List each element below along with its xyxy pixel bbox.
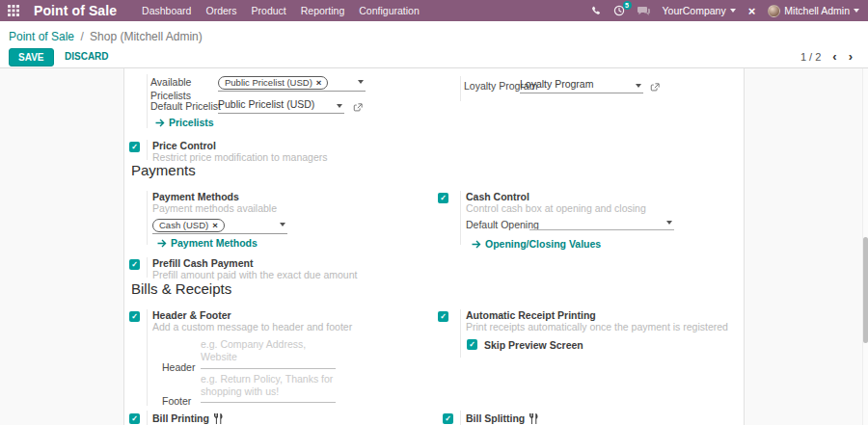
menu-orders[interactable]: Orders — [205, 5, 236, 16]
price-control-checkbox[interactable]: ✓ — [129, 142, 140, 152]
apps-menu-icon[interactable] — [8, 5, 19, 16]
bill-splitting-label: Bill Splitting — [466, 412, 538, 424]
default-opening-field[interactable] — [529, 213, 674, 230]
chevron-down-icon — [730, 9, 736, 13]
divider — [147, 411, 148, 425]
divider — [147, 309, 148, 406]
dropdown-caret-icon — [280, 223, 285, 226]
remove-tag-icon[interactable]: × — [316, 76, 322, 89]
bill-splitting-checkbox[interactable]: ✓ — [443, 413, 453, 424]
opening-closing-values-link[interactable]: Opening/Closing Values — [472, 238, 601, 250]
menu-product[interactable]: Product — [252, 5, 286, 16]
scrollbar[interactable] — [862, 68, 868, 425]
cutlery-icon — [213, 413, 223, 424]
auto-receipt-label: Automatic Receipt Printing — [466, 309, 596, 321]
bill-printing-text: Bill Printing — [152, 412, 209, 424]
breadcrumb: Point of Sale / Shop (Mitchell Admin) — [9, 30, 203, 43]
phone-icon[interactable] — [590, 6, 601, 16]
cash-control-checkbox[interactable]: ✓ — [438, 193, 448, 203]
default-pricelist-field[interactable]: Public Pricelist (USD) — [218, 96, 344, 114]
payment-method-tag: Cash (USD) × — [152, 219, 225, 232]
pricelist-tag-label: Public Pricelist (USD) — [225, 76, 312, 89]
user-menu[interactable]: Mitchell Admin — [768, 5, 859, 17]
check-icon: ✓ — [440, 194, 447, 202]
company-switcher[interactable]: YourCompany — [663, 5, 736, 16]
cash-control-label: Cash Control — [466, 191, 529, 202]
arrow-right-icon — [472, 240, 481, 249]
breadcrumb-parent[interactable]: Point of Sale — [9, 30, 74, 43]
messages-icon[interactable] — [637, 6, 650, 16]
default-pricelist-label: Default Pricelist — [150, 100, 221, 114]
menu-reporting[interactable]: Reporting — [301, 5, 345, 16]
external-link-icon[interactable] — [650, 79, 660, 96]
arrow-right-icon — [155, 119, 165, 127]
check-icon: ✓ — [131, 143, 138, 151]
user-name: Mitchell Admin — [784, 5, 850, 16]
breadcrumb-current: Shop (Mitchell Admin) — [90, 30, 203, 43]
avatar — [768, 5, 780, 17]
auto-receipt-checkbox[interactable]: ✓ — [438, 311, 448, 322]
settings-sheet: Available Pricelists Public Pricelist (U… — [123, 68, 745, 425]
top-navbar: Point of Sale Dashboard Orders Product R… — [0, 0, 868, 21]
bill-printing-label: Bill Printing — [152, 412, 223, 424]
pager-prev-icon[interactable]: ‹ — [832, 50, 836, 63]
default-pricelist-value: Public Pricelist (USD) — [218, 96, 344, 110]
check-icon: ✓ — [445, 414, 451, 423]
payment-method-tag-label: Cash (USD) — [159, 219, 208, 231]
breadcrumb-separator: / — [80, 30, 83, 43]
divider — [147, 74, 148, 128]
scrollbar-thumb[interactable] — [863, 237, 868, 343]
divider — [460, 411, 461, 425]
pricelists-link-label: Pricelists — [169, 117, 214, 128]
divider — [147, 140, 148, 160]
header-footer-checkbox[interactable]: ✓ — [129, 311, 140, 322]
available-pricelists-field[interactable]: Public Pricelist (USD) × — [218, 72, 366, 92]
payment-methods-link-label: Payment Methods — [171, 237, 258, 249]
control-panel: Point of Sale / Shop (Mitchell Admin) SA… — [0, 21, 868, 67]
activity-clock-icon[interactable]: 5 — [613, 5, 625, 16]
payment-methods-field[interactable]: Cash (USD) × — [152, 215, 287, 234]
check-icon: ✓ — [440, 312, 447, 321]
divider — [147, 191, 148, 245]
chevron-down-icon — [854, 9, 859, 13]
payments-section-header: Payments — [131, 162, 196, 178]
pager: 1 / 2 ‹ › — [800, 50, 853, 63]
app-title: Point of Sale — [34, 3, 117, 18]
bills-section-header: Bills & Receipts — [131, 280, 231, 297]
default-opening-label: Default Opening — [466, 219, 539, 232]
menu-dashboard[interactable]: Dashboard — [142, 5, 191, 16]
opening-closing-values-link-label: Opening/Closing Values — [485, 238, 601, 250]
divider — [460, 191, 461, 245]
save-button[interactable]: SAVE — [9, 48, 54, 66]
divider — [460, 309, 461, 358]
header-field-label: Header — [162, 361, 195, 375]
arrow-right-icon — [157, 239, 167, 248]
cutlery-icon — [529, 413, 538, 424]
prefill-cash-checkbox[interactable]: ✓ — [129, 259, 140, 270]
pager-next-icon[interactable]: › — [849, 50, 853, 63]
footer-field-label: Footer — [162, 395, 191, 409]
footer-input[interactable] — [201, 371, 336, 403]
close-icon[interactable]: × — [748, 5, 756, 17]
divider — [147, 257, 148, 278]
activity-badge: 5 — [623, 1, 632, 10]
pricelist-tag: Public Pricelist (USD) × — [218, 76, 328, 90]
pager-value: 1 / 2 — [800, 51, 821, 63]
check-icon: ✓ — [131, 414, 138, 423]
menu-configuration[interactable]: Configuration — [359, 5, 419, 16]
pricelists-link[interactable]: Pricelists — [155, 117, 214, 128]
available-pricelists-label: Available Pricelists — [150, 76, 212, 102]
external-link-icon[interactable] — [353, 99, 363, 117]
loyalty-program-field[interactable]: Loyalty Program — [520, 76, 643, 93]
header-input[interactable] — [201, 336, 336, 369]
bill-printing-checkbox[interactable]: ✓ — [129, 413, 140, 424]
top-menu: Dashboard Orders Product Reporting Confi… — [142, 5, 420, 16]
discard-button[interactable]: DISCARD — [58, 48, 116, 65]
skip-preview-checkbox[interactable]: ✓ — [467, 339, 477, 350]
dropdown-caret-icon — [337, 104, 342, 108]
auto-receipt-help: Print receipts automatically once the pa… — [466, 321, 728, 332]
remove-tag-icon[interactable]: × — [212, 219, 218, 231]
payment-methods-label: Payment Methods — [152, 191, 239, 202]
prefill-cash-help: Prefill amount paid with the exact due a… — [152, 269, 357, 280]
payment-methods-link[interactable]: Payment Methods — [157, 237, 258, 249]
